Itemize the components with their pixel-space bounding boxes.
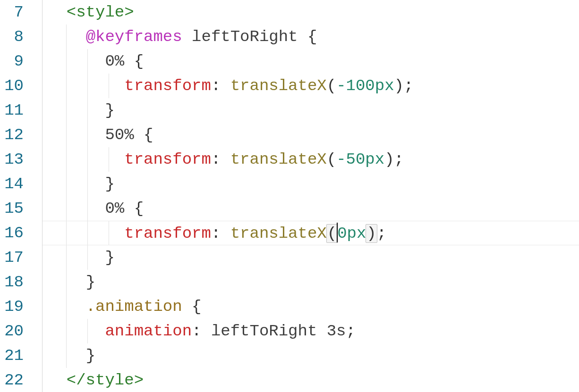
line-number: 16	[0, 221, 24, 245]
css-function: translateX	[230, 150, 327, 168]
code-line[interactable]: 50% {	[43, 123, 579, 147]
code-line[interactable]: }	[43, 270, 579, 294]
line-number-gutter: 7 8 9 10 11 12 13 14 15 16 17 18 19 20 2…	[0, 0, 28, 392]
code-content[interactable]: <style> @keyframes leftToRight { 0% { tr…	[43, 0, 579, 392]
glyph-margin	[28, 0, 43, 392]
bracket-match-close: )	[366, 224, 377, 243]
code-line-active[interactable]: transform: translateX(0px);	[43, 221, 579, 245]
code-line[interactable]: <style>	[43, 0, 579, 25]
line-number: 10	[0, 74, 24, 98]
at-rule: @keyframes	[86, 28, 182, 46]
code-line[interactable]: .animation {	[43, 294, 579, 319]
code-editor[interactable]: 7 8 9 10 11 12 13 14 15 16 17 18 19 20 2…	[0, 0, 579, 392]
css-value: 0px	[337, 225, 366, 242]
code-line[interactable]: }	[43, 245, 579, 270]
code-line[interactable]: animation: leftToRight 3s;	[43, 319, 579, 343]
bracket-match-open: (	[326, 224, 338, 243]
code-line[interactable]: transform: translateX(-50px);	[43, 147, 579, 172]
css-property: animation	[105, 322, 192, 340]
line-number: 15	[0, 196, 24, 221]
css-value: leftToRight 3s	[211, 322, 346, 340]
line-number: 17	[0, 245, 24, 270]
css-value: -100px	[336, 77, 394, 95]
line-number: 11	[0, 98, 24, 123]
css-property: transform	[124, 225, 211, 242]
css-selector: .animation	[86, 298, 182, 316]
code-line[interactable]: }	[43, 343, 579, 368]
code-line[interactable]: 0% {	[43, 49, 579, 74]
css-property: transform	[124, 77, 211, 95]
code-line[interactable]: @keyframes leftToRight {	[43, 25, 579, 49]
line-number: 13	[0, 147, 24, 172]
css-property: transform	[124, 150, 211, 168]
keyframe-selector: 50%	[105, 126, 134, 144]
line-number: 21	[0, 343, 24, 368]
code-line[interactable]: </style>	[43, 368, 579, 392]
line-number: 19	[0, 294, 24, 319]
keyframe-selector: 0%	[105, 52, 124, 70]
text-cursor	[337, 223, 338, 242]
line-number: 14	[0, 172, 24, 196]
html-tag: <style>	[67, 3, 134, 21]
line-number: 20	[0, 319, 24, 343]
html-tag: </style>	[67, 371, 144, 389]
code-line[interactable]: transform: translateX(-100px);	[43, 74, 579, 98]
code-line[interactable]: 0% {	[43, 196, 579, 221]
line-number: 9	[0, 49, 24, 74]
keyframe-selector: 0%	[105, 200, 124, 217]
css-function: translateX	[230, 225, 327, 242]
line-number: 8	[0, 25, 24, 49]
code-line[interactable]: }	[43, 98, 579, 123]
css-function: translateX	[230, 77, 327, 95]
line-number: 12	[0, 123, 24, 147]
line-number: 22	[0, 368, 24, 392]
code-line[interactable]: }	[43, 172, 579, 196]
line-number: 18	[0, 270, 24, 294]
keyframes-name: leftToRight	[192, 28, 298, 46]
line-number: 7	[0, 0, 24, 25]
css-value: -50px	[336, 150, 384, 168]
